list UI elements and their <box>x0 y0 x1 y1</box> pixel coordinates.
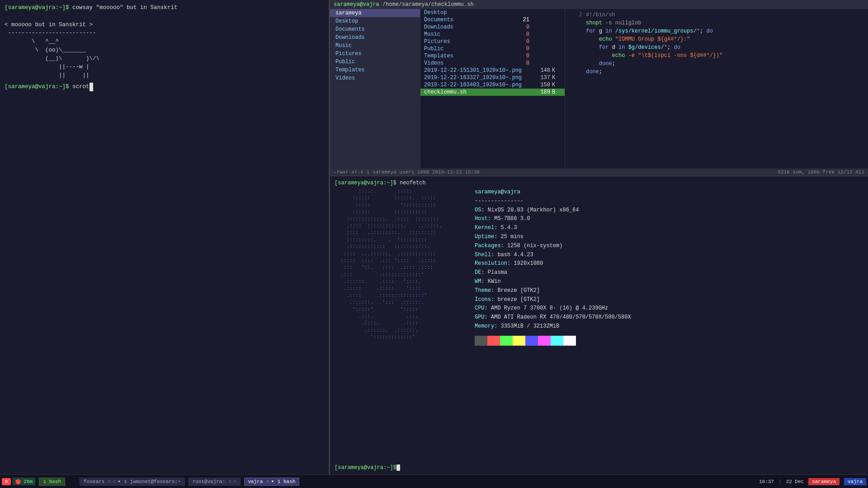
fm-status-left: -rwxr-xr-x 1 sarameya users 189B 2019-12… <box>334 169 480 175</box>
file-row-png2[interactable]: 2019-12-22-163327_1920x10~.png 137 K <box>420 74 565 81</box>
fm-header-user: sarameya@vajra /home/sarameya/checklommu… <box>334 1 474 8</box>
fm-folder-templates[interactable]: Templates <box>330 66 420 74</box>
file-row-templates[interactable]: Templates 0 <box>420 52 565 60</box>
code-content-8: done; <box>586 68 602 76</box>
neo-info: sarameya@vajra --------------- OS: NixOS… <box>475 188 863 462</box>
fm-folder-desktop[interactable]: Desktop <box>330 17 420 25</box>
neo-prompt-user: [sarameya@vajra:~]$ <box>335 180 396 186</box>
fm-folder-downloads[interactable]: Downloads <box>330 33 420 42</box>
file-count-templates: 0 <box>511 53 529 59</box>
window-foxears-label: foxears <box>84 479 104 484</box>
key-os: OS <box>475 207 481 213</box>
neo-prompt-line: [sarameya@vajra:~]$ neofetch <box>335 180 863 186</box>
file-row-sh[interactable]: checklommu.sh 189 B <box>420 89 565 96</box>
content-area: [sarameya@vajra:~]$ cowsay "mooooo" but … <box>0 0 868 474</box>
cowsay-output: < mooooo but in Sanskrit > -------------… <box>5 12 324 80</box>
file-size-pictures <box>534 38 561 45</box>
taskbar-window-root[interactable]: root@vajra: ○ ○ <box>189 478 241 486</box>
neo-wm: WM: KWin <box>475 277 863 286</box>
fm-folder-panel: sarameya Desktop Documents Downloads Mus… <box>330 9 420 169</box>
key-resolution: Resolution <box>475 260 507 267</box>
fm-folder-pictures[interactable]: Pictures <box>330 50 420 58</box>
code-line-1: 2 #!/bin/sh <box>569 11 864 19</box>
fm-folder-public[interactable]: Public <box>330 58 420 66</box>
code-content-4: echo "IOMMU Group ${g##*/}:" <box>586 35 690 43</box>
neo-bottom-prompt: [sarameya@vajra:~]$ <box>335 465 863 471</box>
code-line-2: shopt -s nullglob <box>569 19 864 27</box>
file-row-music[interactable]: Music 0 <box>420 31 565 38</box>
terminal-line-2: [sarameya@vajra:~]$ scrot <box>5 83 324 91</box>
file-row-pictures[interactable]: Pictures 0 <box>420 38 565 45</box>
file-count-pictures: 0 <box>511 38 529 45</box>
fm-status-bar: -rwxr-xr-x 1 sarameya users 189B 2019-12… <box>330 169 868 176</box>
fm-header: sarameya@vajra /home/sarameya/checklommu… <box>330 0 868 9</box>
neo-kernel: Kernel: 5.4.3 <box>475 224 863 233</box>
code-line-4: echo "IOMMU Group ${g##*/}:" <box>569 35 864 43</box>
line-num-8 <box>569 68 582 76</box>
file-row-png1[interactable]: 2019-12-22-151301_1920x10~.png 148 K <box>420 67 565 74</box>
neo-host: vajra <box>504 189 520 195</box>
file-size-desktop <box>534 9 561 16</box>
file-count-sh: 189 <box>532 89 550 95</box>
file-count-downloads: 0 <box>511 24 529 30</box>
file-size-templates <box>534 53 561 59</box>
foxears-dots: ○ ○ ● <box>108 479 120 484</box>
neo-theme: Theme: Breeze [GTK2] <box>475 286 863 296</box>
file-count-png1: 148 <box>532 67 550 74</box>
workspace-0[interactable]: 0 <box>2 478 11 485</box>
line-num-4 <box>569 35 582 43</box>
time-badge: ⬤ 26m <box>13 478 35 485</box>
file-name-sh: checklommu.sh <box>424 89 532 95</box>
right-pane: sarameya@vajra /home/sarameya/checklommu… <box>330 0 868 474</box>
fm-file-list: Desktop Documents 21 Downloads 0 <box>420 9 565 169</box>
root-dots: ○ ○ <box>229 479 236 484</box>
fm-status-right: 621K sum, 186G free 12/12 All <box>778 169 864 175</box>
fm-folder-videos[interactable]: Videos <box>330 74 420 82</box>
neo-shell: Shell: bash 4.4.23 <box>475 251 863 260</box>
key-host: Host <box>475 216 488 222</box>
file-name-videos: Videos <box>424 60 511 66</box>
file-row-public[interactable]: Public 0 <box>420 45 565 52</box>
file-row-png3[interactable]: 2019-12-22-163403_1920x10~.png 150 K <box>420 81 565 89</box>
neo-host-row: Host: MS-7B86 3.0 <box>475 215 863 224</box>
cmd-1: cowsay "mooooo" but in Sanskrit <box>69 5 178 11</box>
file-row-desktop[interactable]: Desktop <box>420 9 565 16</box>
file-size-sh: B <box>552 89 561 95</box>
file-row-videos[interactable]: Videos 0 <box>420 60 565 67</box>
fm-main-content: sarameya Desktop Documents Downloads Mus… <box>330 9 868 169</box>
taskbar-window-vajra[interactable]: vajra ○ ● 1 bash <box>244 478 300 486</box>
neo-user-host: sarameya@vajra <box>475 188 863 197</box>
taskbar-window-foxears[interactable]: foxears ○ ○ ● 1 jwmonet@foxears:~ <box>80 478 185 486</box>
file-name-png2: 2019-12-22-163327_1920x10~.png <box>424 75 532 81</box>
neo-color-blocks <box>475 336 863 346</box>
neo-os: OS: NixOS 20.03 (Markhor) x86_64 <box>475 206 863 215</box>
code-content-2: shopt -s nullglob <box>586 19 641 27</box>
time-badge-label: 26m <box>24 479 33 484</box>
window-root-label: root@vajra: <box>193 479 226 484</box>
key-cpu: CPU <box>475 305 485 311</box>
color-block-0 <box>475 336 487 346</box>
fm-folder-music[interactable]: Music <box>330 42 420 50</box>
file-count-png3: 150 <box>532 82 550 88</box>
file-row-downloads[interactable]: Downloads 0 <box>420 23 565 31</box>
prompt-1: [sarameya@vajra:~]$ <box>5 5 69 11</box>
taskbar-window-bash[interactable]: 1 bash <box>39 478 65 486</box>
key-theme: Theme <box>475 287 491 294</box>
key-wm: WM <box>475 278 481 285</box>
neo-logo: :::::. ::::: :::::: ::::::. ::::: ::::: … <box>335 188 466 462</box>
fm-folder-sarameya[interactable]: sarameya <box>330 9 420 17</box>
neo-memory: Memory: 3353MiB / 32132MiB <box>475 322 863 331</box>
neo-cursor <box>396 465 400 471</box>
file-count-desktop <box>511 9 529 16</box>
file-size-videos <box>534 60 561 66</box>
file-row-documents[interactable]: Documents 21 <box>420 16 565 23</box>
file-size-public <box>534 46 561 52</box>
line-num-5 <box>569 43 582 52</box>
line-num-6 <box>569 52 582 60</box>
color-block-5 <box>538 336 551 346</box>
neo-content: :::::. ::::: :::::: ::::::. ::::: ::::: … <box>335 188 863 462</box>
color-block-1 <box>487 336 500 346</box>
file-name-documents: Documents <box>424 17 511 23</box>
fm-folder-documents[interactable]: Documents <box>330 25 420 33</box>
neo-uptime: Uptime: 25 mins <box>475 233 863 242</box>
